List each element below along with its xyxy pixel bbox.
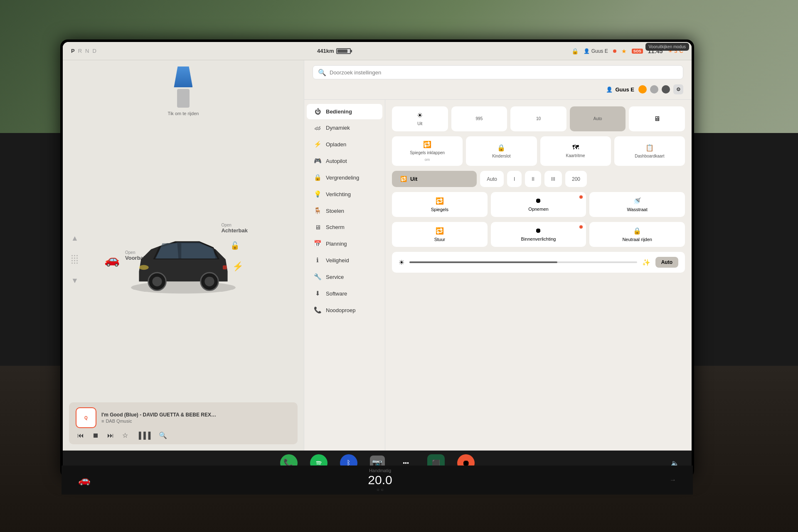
- kinderslot-label: Kinderslot: [492, 154, 510, 159]
- gear-r[interactable]: R: [78, 48, 82, 54]
- kinderslot-icon: 🔒: [497, 144, 505, 152]
- mode-display-button[interactable]: 🖥: [629, 106, 685, 131]
- spiegels-btn[interactable]: 🔁 Spiegels: [392, 192, 488, 217]
- search-row: 🔍 Vooruitkijken modus: [313, 65, 683, 79]
- favorite-button[interactable]: ☆: [122, 431, 128, 439]
- mode-995-button[interactable]: 995: [451, 106, 507, 131]
- star-icon: ★: [621, 48, 627, 54]
- wiper-icon: 🔁: [400, 176, 407, 182]
- wiper-3[interactable]: III: [544, 171, 562, 187]
- gear-n[interactable]: N: [85, 48, 89, 54]
- gear-p[interactable]: P: [71, 48, 75, 54]
- right-panel: 🔍 Vooruitkijken modus 👤 Guus E: [304, 60, 692, 451]
- wiper-1[interactable]: I: [507, 171, 522, 187]
- stuur-label: Stuur: [434, 237, 445, 242]
- stop-button[interactable]: ⏹: [92, 432, 99, 439]
- mode-uit-button[interactable]: ☀ Uit: [392, 106, 448, 131]
- music-station: ≡ DAB Qmusic: [101, 419, 291, 424]
- nav-vergrendeling[interactable]: 🔒 Vergrendeling: [307, 170, 382, 185]
- next-button[interactable]: ⏭: [107, 432, 114, 439]
- dashboardkaart-button[interactable]: 📋 Dashboardkaart: [614, 136, 685, 166]
- kinderslot-button[interactable]: 🔒 Kinderslot: [466, 136, 537, 166]
- autopilot-label: Autopilot: [326, 158, 347, 164]
- mode-auto-button[interactable]: Auto: [570, 106, 626, 131]
- svg-text:⚡: ⚡: [232, 261, 244, 272]
- mode-10-button[interactable]: 10: [510, 106, 566, 131]
- wiper-options: Auto I II III 200: [480, 171, 685, 187]
- tap-to-drive-label[interactable]: Tik om te rijden: [168, 111, 199, 116]
- sun-icon: ☀: [417, 111, 423, 119]
- search-input[interactable]: [330, 69, 678, 76]
- binnenverlichting-btn[interactable]: ⏺ Binnenverlichting: [491, 222, 586, 247]
- nav-dynamiek[interactable]: 🏎 Dynamiek: [307, 120, 382, 135]
- wiper-2[interactable]: II: [525, 171, 541, 187]
- svg-point-4: [152, 276, 162, 286]
- brightness-fill: [409, 261, 557, 263]
- record-indicator: [579, 195, 583, 199]
- wasstraat-btn[interactable]: 🚿 Wasstraat: [589, 192, 685, 217]
- nav-verlichting[interactable]: 💡 Verlichting: [307, 186, 382, 202]
- username-display: Guus E: [591, 48, 608, 54]
- wiper-200[interactable]: 200: [565, 171, 587, 187]
- settings-body: ⏻ Bediening 🏎 Dynamiek ⚡ Opladen 🎮: [304, 100, 692, 451]
- spiegels-inklappen-button[interactable]: 🔁 Spiegels inklappen om: [392, 136, 463, 166]
- wiper-auto[interactable]: Auto: [480, 171, 504, 187]
- wipers-row: 🔁 Uit Auto I II III 200: [392, 171, 685, 187]
- dot-grid: [71, 255, 78, 264]
- music-text: I'm Good (Blue) - DAVID GUETTA & BEBE RE…: [101, 412, 291, 424]
- opnemen-btn[interactable]: ⏺ Opnemen: [491, 192, 586, 217]
- arrow-up-icon[interactable]: ▲: [71, 234, 79, 242]
- nav-service[interactable]: 🔧 Service: [307, 269, 382, 285]
- neutraal-icon: 🔒: [633, 227, 641, 235]
- music-controls: ⏮ ⏹ ⏭ ☆ ▐▐▐ 🔍: [76, 431, 291, 439]
- user-dot-dark[interactable]: [662, 85, 670, 94]
- user-info: 👤 Guus E: [584, 48, 608, 54]
- software-icon: ⬇: [313, 290, 322, 297]
- bediening-icon: ⏻: [313, 108, 322, 115]
- opladen-label: Opladen: [326, 141, 346, 148]
- nav-scherm[interactable]: 🖥 Scherm: [307, 219, 382, 235]
- spiegels-status: om: [425, 158, 430, 162]
- settings-icon[interactable]: ⚙: [673, 84, 683, 94]
- svg-point-6: [204, 276, 214, 286]
- qmusic-logo: Q: [76, 407, 96, 428]
- user-dot-orange[interactable]: [638, 85, 647, 94]
- spiegels2-label: Spiegels: [431, 207, 448, 212]
- stuur-btn[interactable]: 🔁 Stuur: [392, 222, 488, 247]
- wiper-active-button[interactable]: 🔁 Uit: [392, 171, 477, 187]
- neutraal-btn[interactable]: 🔒 Neutraal rijden: [589, 222, 685, 247]
- nav-bediening[interactable]: ⏻ Bediening: [307, 104, 382, 119]
- nav-planning[interactable]: 📅 Planning: [307, 236, 382, 251]
- brightness-slider[interactable]: [409, 261, 637, 263]
- equalizer-button[interactable]: ▐▐▐: [136, 432, 150, 439]
- nav-autopilot[interactable]: 🎮 Autopilot: [307, 153, 382, 169]
- verlichting-icon: 💡: [313, 190, 322, 198]
- user-dot-grey[interactable]: [650, 85, 658, 94]
- speed-display: Handmatig 20.0 ○ ○: [368, 468, 392, 492]
- svg-point-0: [131, 281, 236, 293]
- search-bar[interactable]: 🔍: [313, 65, 683, 79]
- washer-graphic: [174, 66, 192, 87]
- nav-veiligheid[interactable]: ℹ Veiligheid: [307, 252, 382, 268]
- nav-stoelen[interactable]: 🪑 Stoelen: [307, 203, 382, 219]
- nav-software[interactable]: ⬇ Software: [307, 286, 382, 301]
- right-nav-icon: →: [670, 476, 676, 484]
- service-label: Service: [326, 274, 344, 280]
- stuur-icon: 🔁: [436, 227, 444, 235]
- prev-button[interactable]: ⏮: [77, 432, 84, 439]
- search-music-button[interactable]: 🔍: [159, 431, 167, 439]
- gear-d[interactable]: D: [92, 48, 96, 54]
- arrow-down-icon[interactable]: ▼: [71, 276, 79, 285]
- range-display: 441km: [317, 48, 334, 54]
- wasstraat-label: Wasstraat: [627, 207, 648, 212]
- kaartritme-button[interactable]: 🗺 Kaartritme: [540, 136, 611, 166]
- scroll-arrows: ▲ ▼: [71, 234, 79, 285]
- auto-brightness-button[interactable]: Auto: [655, 257, 678, 268]
- record-dot-2: [579, 225, 583, 229]
- car-display: Open Voorbak Open Achterbak 🔓: [117, 214, 250, 305]
- verlichting-label: Verlichting: [326, 191, 351, 197]
- spiegels-icon: 🔁: [423, 140, 431, 148]
- nav-noodoproep[interactable]: 📞 Noodoproep: [307, 302, 382, 318]
- wasstraat-icon: 🚿: [633, 197, 641, 205]
- nav-opladen[interactable]: ⚡ Opladen: [307, 136, 382, 152]
